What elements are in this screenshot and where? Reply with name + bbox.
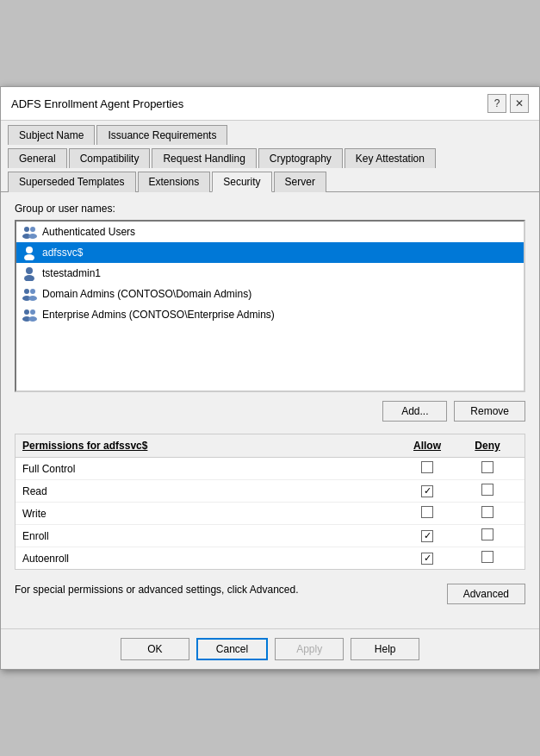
user-name: Domain Admins (CONTOSO\Domain Admins) bbox=[42, 288, 251, 300]
read-allow-check[interactable] bbox=[397, 484, 457, 497]
advanced-text: For special permissions or advanced sett… bbox=[15, 584, 447, 596]
tab-security[interactable]: Security bbox=[212, 172, 271, 192]
tab-issuance-requirements[interactable]: Issuance Requirements bbox=[96, 125, 227, 145]
close-button[interactable]: ✕ bbox=[510, 94, 529, 113]
title-bar: ADFS Enrollment Agent Properties ? ✕ bbox=[1, 87, 539, 121]
perm-row-full-control: Full Control bbox=[16, 458, 524, 480]
user-name: Authenticated Users bbox=[42, 226, 135, 238]
user-icon bbox=[22, 266, 37, 281]
tab-superseded-templates[interactable]: Superseded Templates bbox=[8, 172, 136, 192]
checkbox-allow[interactable] bbox=[421, 461, 433, 473]
autoenroll-allow-check[interactable] bbox=[397, 552, 457, 565]
enroll-allow-check[interactable] bbox=[397, 529, 457, 542]
checkbox-allow[interactable] bbox=[421, 530, 433, 542]
permissions-section: Permissions for adfssvc$ Allow Deny Full… bbox=[15, 434, 525, 570]
bottom-buttons: OK Cancel Apply Help bbox=[1, 628, 539, 669]
user-icon bbox=[22, 245, 37, 260]
content-area: Group or user names: Authenticated Users bbox=[1, 191, 539, 628]
group-label: Group or user names: bbox=[15, 203, 525, 215]
dialog-window: ADFS Enrollment Agent Properties ? ✕ Sub… bbox=[0, 86, 540, 670]
perm-row-read: Read bbox=[16, 480, 524, 503]
tabs-row3-container: Superseded Templates Extensions Security… bbox=[1, 167, 539, 191]
svg-point-10 bbox=[30, 289, 35, 294]
group-icon bbox=[22, 224, 37, 240]
tab-subject-name[interactable]: Subject Name bbox=[8, 125, 95, 145]
perm-name: Enroll bbox=[22, 530, 397, 542]
advanced-button[interactable]: Advanced bbox=[447, 584, 525, 604]
group-icon bbox=[22, 307, 37, 322]
group-icon bbox=[22, 286, 37, 302]
svg-point-11 bbox=[28, 296, 37, 301]
user-name: adfssvc$ bbox=[42, 247, 83, 259]
svg-point-5 bbox=[24, 254, 34, 260]
checkbox-deny[interactable] bbox=[481, 461, 493, 473]
users-list[interactable]: Authenticated Users adfssvc$ tstestadmin… bbox=[15, 220, 525, 392]
svg-point-0 bbox=[24, 227, 29, 232]
tabs-row1: Subject Name Issuance Requirements bbox=[8, 124, 532, 144]
write-allow-check[interactable] bbox=[397, 506, 457, 521]
user-management-buttons: Add... Remove bbox=[15, 401, 525, 422]
list-item[interactable]: Enterprise Admins (CONTOSO\Enterprise Ad… bbox=[16, 304, 524, 325]
perm-row-write: Write bbox=[16, 503, 524, 525]
help-button[interactable]: ? bbox=[487, 94, 506, 113]
write-deny-check[interactable] bbox=[457, 506, 518, 521]
permissions-label: Permissions for adfssvc$ bbox=[22, 440, 397, 452]
perm-row-enroll: Enroll bbox=[16, 525, 524, 547]
help-button[interactable]: Help bbox=[351, 638, 419, 660]
tabs-row2: General Compatibility Request Handling C… bbox=[8, 147, 532, 167]
list-item[interactable]: adfssvc$ bbox=[16, 242, 524, 263]
checkbox-deny[interactable] bbox=[481, 528, 493, 540]
cancel-button[interactable]: Cancel bbox=[196, 638, 268, 660]
user-name: Enterprise Admins (CONTOSO\Enterprise Ad… bbox=[42, 309, 275, 321]
perm-name: Autoenroll bbox=[22, 553, 397, 565]
user-name: tstestadmin1 bbox=[42, 267, 101, 279]
tab-request-handling[interactable]: Request Handling bbox=[152, 148, 256, 168]
list-item[interactable]: Domain Admins (CONTOSO\Domain Admins) bbox=[16, 284, 524, 304]
svg-point-3 bbox=[28, 234, 37, 239]
svg-point-4 bbox=[26, 247, 33, 253]
perm-name: Read bbox=[22, 485, 397, 497]
checkbox-deny[interactable] bbox=[481, 484, 493, 496]
full-control-deny-check[interactable] bbox=[457, 461, 518, 476]
add-button[interactable]: Add... bbox=[382, 401, 447, 422]
tab-server[interactable]: Server bbox=[274, 172, 326, 192]
svg-point-2 bbox=[30, 227, 35, 232]
tab-cryptography[interactable]: Cryptography bbox=[258, 148, 343, 168]
enroll-deny-check[interactable] bbox=[457, 528, 518, 543]
tabs-row3: Superseded Templates Extensions Security… bbox=[8, 171, 532, 191]
svg-point-8 bbox=[24, 289, 29, 294]
perm-name: Write bbox=[22, 508, 397, 520]
list-item[interactable]: tstestadmin1 bbox=[16, 263, 524, 284]
tabs-row2-container: General Compatibility Request Handling C… bbox=[1, 144, 539, 167]
checkbox-allow[interactable] bbox=[421, 485, 433, 497]
advanced-row: For special permissions or advanced sett… bbox=[15, 580, 525, 608]
perm-name: Full Control bbox=[22, 463, 397, 475]
tab-key-attestation[interactable]: Key Attestation bbox=[344, 148, 436, 168]
title-bar-left: ADFS Enrollment Agent Properties bbox=[11, 97, 183, 110]
svg-point-7 bbox=[24, 275, 34, 281]
svg-point-12 bbox=[24, 309, 29, 315]
tab-general[interactable]: General bbox=[8, 148, 67, 168]
list-item[interactable]: Authenticated Users bbox=[16, 222, 524, 242]
dialog-title: ADFS Enrollment Agent Properties bbox=[11, 97, 183, 110]
checkbox-allow[interactable] bbox=[421, 553, 433, 565]
svg-point-15 bbox=[28, 316, 37, 322]
deny-column-header: Deny bbox=[457, 440, 518, 452]
svg-point-6 bbox=[26, 267, 33, 274]
title-controls: ? ✕ bbox=[487, 94, 529, 113]
checkbox-deny[interactable] bbox=[481, 506, 493, 518]
read-deny-check[interactable] bbox=[457, 484, 518, 498]
remove-button[interactable]: Remove bbox=[454, 401, 525, 422]
permissions-header: Permissions for adfssvc$ Allow Deny bbox=[16, 434, 524, 458]
apply-button[interactable]: Apply bbox=[275, 638, 344, 660]
autoenroll-deny-check[interactable] bbox=[457, 551, 518, 565]
ok-button[interactable]: OK bbox=[121, 638, 189, 660]
perm-row-autoenroll: Autoenroll bbox=[16, 547, 524, 569]
allow-column-header: Allow bbox=[397, 440, 457, 452]
svg-point-14 bbox=[30, 309, 35, 315]
checkbox-deny[interactable] bbox=[481, 551, 493, 563]
checkbox-allow[interactable] bbox=[421, 506, 433, 518]
tab-extensions[interactable]: Extensions bbox=[138, 172, 211, 192]
tab-compatibility[interactable]: Compatibility bbox=[69, 148, 151, 168]
full-control-allow-check[interactable] bbox=[397, 461, 457, 476]
